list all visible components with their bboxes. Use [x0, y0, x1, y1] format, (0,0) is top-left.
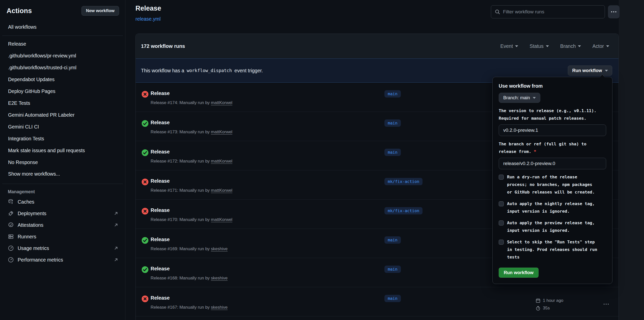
run-actor-link[interactable]: mattKorwel — [211, 217, 232, 222]
sidebar-workflow-item[interactable]: No Response — [5, 156, 118, 168]
sidebar-workflow-item[interactable]: Mark stale issues and pull requests — [5, 145, 118, 156]
runs-filter-label: Branch — [560, 43, 576, 49]
run-actor-link[interactable]: skeshive — [211, 246, 228, 251]
new-workflow-button[interactable]: New workflow — [81, 6, 119, 16]
verified-badge-icon — [8, 222, 14, 228]
runs-filter-dropdown[interactable]: Branch — [560, 43, 581, 49]
runs-filter-dropdown[interactable]: Status — [529, 43, 549, 49]
management-item[interactable]: Runners — [0, 231, 125, 242]
run-subtitle-text: Release #174: Manually run by — [151, 100, 210, 105]
sidebar-workflow-item[interactable]: Gemini CLI CI — [5, 121, 118, 133]
checkbox-label: Select to skip the "Run Tests" step in t… — [507, 238, 597, 261]
run-subtitle-text: Release #167: Manually run by — [151, 305, 210, 310]
management-item[interactable]: Caches — [0, 196, 125, 208]
filter-workflow-runs-input[interactable] — [503, 9, 601, 15]
dispatch-panel-heading: Use workflow from — [499, 83, 606, 89]
run-subtitle: Release #170: Manually run by mattKorwel — [151, 217, 232, 222]
workflow-file-link[interactable]: release.yml — [135, 16, 161, 22]
sidebar-workflow-label: Release — [8, 41, 26, 47]
sidebar-workflow-item[interactable]: Deploy GitHub Pages — [5, 85, 118, 97]
branch-selector-button[interactable]: Branch: main — [499, 93, 540, 103]
management-item-label: Usage metrics — [18, 245, 49, 251]
checkbox[interactable] — [499, 220, 504, 226]
runs-filters: Event Status Branch Actor — [500, 43, 609, 49]
run-title: Release — [151, 149, 170, 155]
checkbox-label: Auto apply the preview release tag, inpu… — [507, 219, 595, 234]
management-item-label: Runners — [18, 234, 36, 240]
branch-badge[interactable]: mk/fix-action — [384, 178, 423, 185]
external-link-icon — [114, 257, 119, 262]
sidebar-header: Actions New workflow — [0, 0, 125, 16]
management-item[interactable]: Performance metrics — [0, 254, 125, 266]
run-actor-link[interactable]: skeshive — [211, 276, 228, 280]
runs-count: 172 workflow runs — [141, 43, 185, 49]
required-asterisk: * — [534, 149, 536, 154]
chevron-down-icon — [605, 70, 608, 72]
version-input[interactable] — [499, 124, 606, 136]
runs-filter-dropdown[interactable]: Event — [500, 43, 518, 49]
management-item[interactable]: Deployments — [0, 208, 125, 219]
checkbox[interactable] — [499, 201, 504, 206]
management-list: Caches Deployments — [0, 196, 125, 266]
dispatch-checkboxes: Run a dry-run of the release process; no… — [499, 173, 606, 261]
sidebar-divider — [2, 36, 123, 36]
run-subtitle: Release #173: Manually run by mattKorwel — [151, 130, 232, 135]
external-link-icon — [114, 211, 119, 216]
filter-workflow-runs-box — [491, 5, 605, 18]
branch-badge[interactable]: main — [384, 119, 401, 127]
run-workflow-dropdown-button[interactable]: Run workflow — [568, 66, 612, 76]
run-options-kebab-button[interactable] — [602, 300, 610, 307]
run-duration: 35s — [536, 304, 563, 312]
workflow-list: Release .github/workflows/pr-review.yml … — [0, 38, 125, 180]
checkbox[interactable] — [499, 240, 504, 245]
sidebar-workflow-item[interactable]: Integration Tests — [5, 133, 118, 145]
run-workflow-dropdown-label: Run workflow — [572, 68, 602, 73]
branch-badge[interactable]: main — [384, 266, 401, 273]
sidebar-workflow-item[interactable]: .github/workflows/pr-review.yml — [5, 50, 118, 62]
run-title: Release — [151, 90, 170, 96]
branch-badge[interactable]: main — [384, 90, 401, 98]
run-subtitle: Release #174: Manually run by mattKorwel — [151, 100, 232, 105]
management-item[interactable]: Usage metrics — [0, 242, 125, 254]
run-subtitle: Release #172: Manually run by mattKorwel — [151, 159, 232, 164]
run-title: Release — [151, 237, 170, 242]
run-subtitle-text: Release #169: Manually run by — [151, 246, 210, 251]
sidebar-workflow-label: .github/workflows/pr-review.yml — [8, 53, 76, 58]
run-actor-link[interactable]: mattKorwel — [211, 159, 232, 164]
workflow-run-row[interactable]: Release Release #167: Manually run by sk… — [136, 287, 619, 316]
branch-badge[interactable]: main — [384, 149, 401, 156]
chevron-down-icon — [546, 45, 549, 47]
run-branch: main — [384, 149, 401, 156]
run-actor-link[interactable]: mattKorwel — [211, 188, 232, 193]
run-actor-link[interactable]: mattKorwel — [211, 130, 232, 134]
dispatch-checkbox-row: Auto apply the nightly release tag, inpu… — [499, 200, 606, 215]
run-subtitle-text: Release #171: Manually run by — [151, 188, 210, 193]
ref-input[interactable] — [499, 158, 606, 169]
run-actor-link[interactable]: skeshive — [211, 305, 228, 310]
run-workflow-submit-button[interactable]: Run workflow — [499, 268, 539, 278]
sidebar-workflow-item[interactable]: Release — [5, 38, 118, 50]
branch-badge[interactable]: main — [384, 236, 401, 244]
runs-filter-dropdown[interactable]: Actor — [592, 43, 609, 49]
sidebar-workflow-label: E2E Tests — [8, 100, 30, 106]
branch-badge[interactable]: main — [384, 295, 401, 302]
sidebar-workflow-item[interactable]: E2E Tests — [5, 97, 118, 109]
run-actor-link[interactable]: mattKorwel — [211, 100, 232, 105]
branch-badge[interactable]: mk/fix-action — [384, 207, 423, 214]
checkbox[interactable] — [499, 175, 504, 180]
management-item[interactable]: Attestations — [0, 219, 125, 231]
sidebar-workflow-item[interactable]: Show more workflows... — [5, 168, 118, 180]
sidebar-workflow-item[interactable]: Dependabot Updates — [5, 74, 118, 85]
workflow-options-kebab-button[interactable] — [608, 5, 620, 18]
sidebar-item-all-workflows[interactable]: All workflows — [7, 22, 119, 32]
sidebar-workflow-label: Show more workflows... — [8, 171, 60, 177]
kebab-horizontal-icon — [611, 11, 617, 13]
run-title: Release — [151, 120, 170, 125]
actions-sidebar: Actions New workflow All workflows Relea… — [0, 0, 125, 320]
management-item-label: Deployments — [18, 211, 46, 216]
dispatch-checkbox-row: Select to skip the "Run Tests" step in t… — [499, 238, 606, 261]
runs-list-header: 172 workflow runs Event Status Branch Ac… — [136, 34, 619, 58]
sidebar-workflow-item[interactable]: .github/workflows/trusted-ci.yml — [5, 62, 118, 74]
sidebar-workflow-item[interactable]: Gemini Automated PR Labeler — [5, 109, 118, 121]
failure-status-icon — [142, 295, 149, 302]
